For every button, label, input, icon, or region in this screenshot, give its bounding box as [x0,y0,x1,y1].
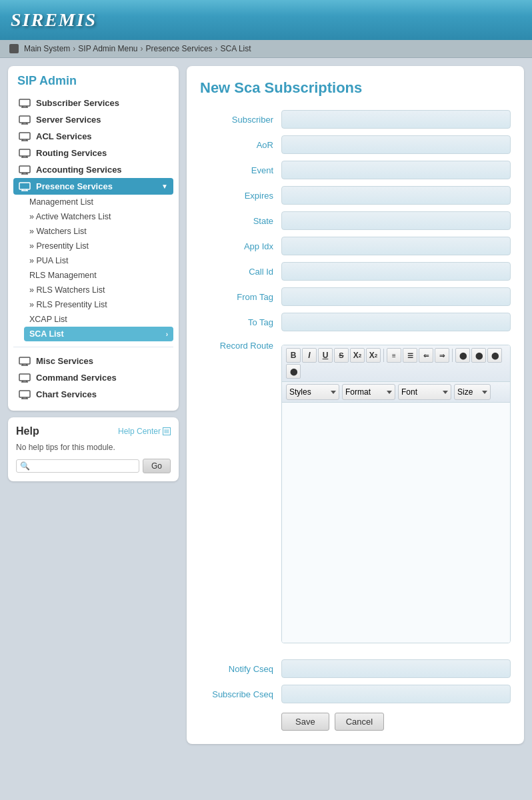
label-event: Event [200,165,273,175]
form-row-notify-cseq: Notify Cseq [200,659,511,678]
label-fromtag: From Tag [200,292,273,302]
submenu-pua[interactable]: » PUA List [24,253,173,268]
rte-italic-button[interactable]: I [302,348,317,363]
form-row-totag: To Tag [200,313,511,331]
search-input[interactable] [33,461,135,471]
monitor-icon-command [19,373,31,383]
sidebar-label-routing: Routing Services [36,148,107,158]
submenu-active-watchers[interactable]: » Active Watchers List [24,209,173,224]
search-box[interactable]: 🔍 [16,459,139,473]
input-callid[interactable] [281,262,511,281]
rte-toolbar-row2: Styles Format Font Size [282,382,510,403]
sidebar-label-command: Command Services [36,373,117,383]
chevron-right-icon: › [166,331,168,338]
cancel-button[interactable]: Cancel [335,713,384,731]
form-row-aor: AoR [200,135,511,154]
sidebar-item-command[interactable]: Command Services [13,369,173,386]
input-appidx[interactable] [281,237,511,255]
rte-underline-button[interactable]: U [318,348,333,363]
font-label: Font [401,387,417,397]
logo: SIREMIS [11,9,97,31]
rte-size-dropdown[interactable]: Size [454,384,491,400]
help-center-link[interactable]: Help Center ▤ [118,427,171,436]
rte-subscript-button[interactable]: X2 [350,348,365,363]
sidebar-item-routing[interactable]: Routing Services [13,145,173,161]
input-state[interactable] [281,211,511,230]
sidebar-item-server[interactable]: Server Services [13,111,173,128]
submenu-presentity[interactable]: » Presentity List [24,239,173,253]
label-subscriber: Subscriber [200,115,273,125]
rte-indent-right-button[interactable]: ⇒ [435,348,449,363]
rte-justify-button[interactable]: ⬤ [286,364,301,379]
submenu-sca-list[interactable]: SCA List › [24,327,173,341]
monitor-icon-accounting [19,165,31,175]
rte-bold-button[interactable]: B [286,348,301,363]
input-event[interactable] [281,161,511,179]
rich-text-editor: B I U S X2 X2 ≡ ☰ ⇐ ⇒ ⬤ ⬤ ⬤ ⬤ [281,345,511,643]
sidebar-item-acl[interactable]: ACL Services [13,128,173,145]
sidebar: SIP Admin Subscriber Services Server Ser… [8,66,179,481]
input-subscribe-cseq[interactable] [281,685,511,703]
help-text: No help tips for this module. [16,443,171,452]
sidebar-item-presence[interactable]: Presence Services ▼ [13,178,173,195]
form-row-fromtag: From Tag [200,287,511,306]
breadcrumb-sca-list[interactable]: SCA List [221,44,251,53]
sidebar-panel: SIP Admin Subscriber Services Server Ser… [8,66,179,411]
form-row-record-route: Record Route B I U S X2 X2 ≡ ☰ ⇐ ⇒ ⬤ [200,338,511,653]
input-expires[interactable] [281,186,511,205]
breadcrumb-sip-admin[interactable]: SIP Admin Menu [78,44,137,53]
breadcrumb-presence[interactable]: Presence Services [146,44,213,53]
breadcrumb-icon [9,44,19,53]
help-search: 🔍 Go [16,459,171,473]
submenu-rls-watchers[interactable]: » RLS Watchers List [24,283,173,297]
submenu-watchers[interactable]: » Watchers List [24,224,173,239]
styles-label: Styles [289,387,311,397]
label-appidx: App Idx [200,241,273,251]
chevron-down-icon-4 [482,391,487,394]
rte-align-right-button[interactable]: ⬤ [487,348,502,363]
submenu-rls-management[interactable]: RLS Management [24,268,173,283]
submenu-rls-presentity[interactable]: » RLS Presentity List [24,297,173,312]
sidebar-item-accounting[interactable]: Accounting Services [13,161,173,178]
rte-indent-left-button[interactable]: ⇐ [419,348,433,363]
rte-body[interactable] [282,403,510,643]
input-subscriber[interactable] [281,110,511,129]
rte-align-center-button[interactable]: ⬤ [471,348,486,363]
rte-styles-dropdown[interactable]: Styles [286,384,339,400]
input-fromtag[interactable] [281,287,511,306]
chevron-down-icon-3 [443,391,448,394]
sidebar-item-chart[interactable]: Chart Services [13,386,173,403]
submenu-management-list[interactable]: Management List [24,195,173,209]
svg-rect-16 [19,166,30,173]
form-row-expires: Expires [200,186,511,205]
sidebar-title: SIP Admin [13,74,173,88]
label-notify-cseq: Notify Cseq [200,664,273,674]
rte-ol-button[interactable]: ≡ [387,348,401,363]
go-button[interactable]: Go [143,459,171,473]
input-notify-cseq[interactable] [281,659,511,678]
rte-ul-button[interactable]: ☰ [403,348,417,363]
form-row-subscriber: Subscriber [200,110,511,129]
rte-superscript-button[interactable]: X2 [366,348,381,363]
input-aor[interactable] [281,135,511,154]
main-layout: SIP Admin Subscriber Services Server Ser… [0,58,532,752]
breadcrumb-main[interactable]: Main System [24,44,70,53]
chevron-down-icon: ▼ [161,183,168,190]
input-totag[interactable] [281,313,511,331]
svg-rect-24 [19,357,30,364]
save-button[interactable]: Save [281,713,329,731]
sidebar-item-misc[interactable]: Misc Services [13,353,173,369]
sidebar-label-misc: Misc Services [36,356,93,366]
rte-strikethrough-button[interactable]: S [334,348,349,363]
format-label: Format [345,387,371,397]
rte-format-dropdown[interactable]: Format [342,384,395,400]
submenu-xcap[interactable]: XCAP List [24,312,173,327]
rte-font-dropdown[interactable]: Font [398,384,451,400]
submenu-presence: Management List » Active Watchers List »… [13,195,173,341]
sidebar-label-presence: Presence Services [36,181,113,191]
rte-align-left-button[interactable]: ⬤ [455,348,470,363]
monitor-icon-routing [19,149,31,158]
breadcrumb: Main System › SIP Admin Menu › Presence … [0,40,532,58]
sidebar-item-subscriber[interactable]: Subscriber Services [13,95,173,111]
label-record-route: Record Route [200,341,273,351]
